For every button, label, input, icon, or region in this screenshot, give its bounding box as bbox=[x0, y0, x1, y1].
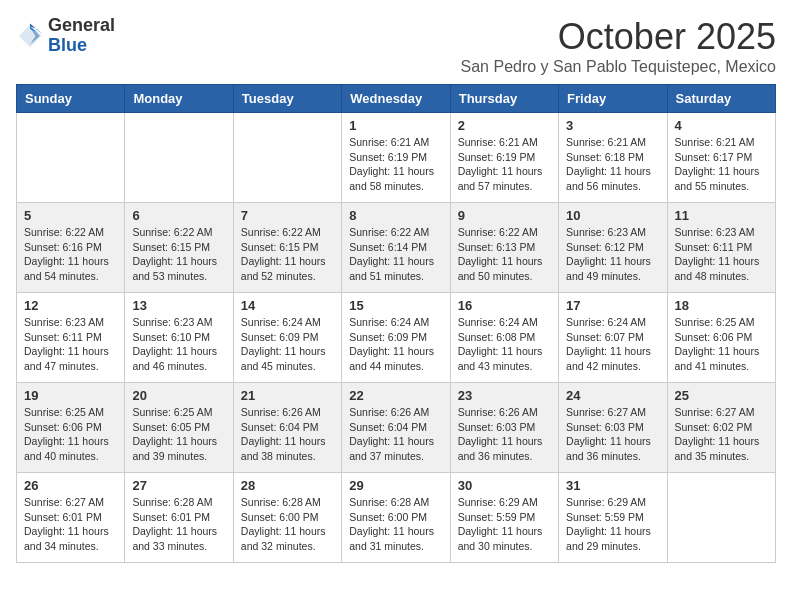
calendar-day-cell: 26Sunrise: 6:27 AM Sunset: 6:01 PM Dayli… bbox=[17, 473, 125, 563]
day-info: Sunrise: 6:24 AM Sunset: 6:07 PM Dayligh… bbox=[566, 315, 659, 374]
calendar-day-cell: 22Sunrise: 6:26 AM Sunset: 6:04 PM Dayli… bbox=[342, 383, 450, 473]
day-number: 26 bbox=[24, 478, 117, 493]
calendar-week-row: 1Sunrise: 6:21 AM Sunset: 6:19 PM Daylig… bbox=[17, 113, 776, 203]
empty-cell bbox=[667, 473, 775, 563]
weekday-header-monday: Monday bbox=[125, 85, 233, 113]
day-info: Sunrise: 6:23 AM Sunset: 6:12 PM Dayligh… bbox=[566, 225, 659, 284]
month-title: October 2025 bbox=[461, 16, 776, 58]
day-info: Sunrise: 6:28 AM Sunset: 6:00 PM Dayligh… bbox=[241, 495, 334, 554]
calendar-day-cell: 21Sunrise: 6:26 AM Sunset: 6:04 PM Dayli… bbox=[233, 383, 341, 473]
day-info: Sunrise: 6:28 AM Sunset: 6:01 PM Dayligh… bbox=[132, 495, 225, 554]
day-info: Sunrise: 6:22 AM Sunset: 6:16 PM Dayligh… bbox=[24, 225, 117, 284]
logo: General Blue bbox=[16, 16, 115, 56]
logo-text: General Blue bbox=[48, 16, 115, 56]
day-number: 4 bbox=[675, 118, 768, 133]
weekday-header-wednesday: Wednesday bbox=[342, 85, 450, 113]
day-number: 21 bbox=[241, 388, 334, 403]
day-info: Sunrise: 6:25 AM Sunset: 6:05 PM Dayligh… bbox=[132, 405, 225, 464]
day-number: 24 bbox=[566, 388, 659, 403]
day-info: Sunrise: 6:21 AM Sunset: 6:17 PM Dayligh… bbox=[675, 135, 768, 194]
day-number: 20 bbox=[132, 388, 225, 403]
weekday-header-saturday: Saturday bbox=[667, 85, 775, 113]
day-number: 6 bbox=[132, 208, 225, 223]
calendar-day-cell: 15Sunrise: 6:24 AM Sunset: 6:09 PM Dayli… bbox=[342, 293, 450, 383]
calendar-day-cell: 19Sunrise: 6:25 AM Sunset: 6:06 PM Dayli… bbox=[17, 383, 125, 473]
calendar-day-cell: 5Sunrise: 6:22 AM Sunset: 6:16 PM Daylig… bbox=[17, 203, 125, 293]
calendar-day-cell: 31Sunrise: 6:29 AM Sunset: 5:59 PM Dayli… bbox=[559, 473, 667, 563]
day-info: Sunrise: 6:24 AM Sunset: 6:08 PM Dayligh… bbox=[458, 315, 551, 374]
calendar-day-cell: 1Sunrise: 6:21 AM Sunset: 6:19 PM Daylig… bbox=[342, 113, 450, 203]
day-info: Sunrise: 6:24 AM Sunset: 6:09 PM Dayligh… bbox=[241, 315, 334, 374]
day-number: 29 bbox=[349, 478, 442, 493]
calendar-day-cell: 17Sunrise: 6:24 AM Sunset: 6:07 PM Dayli… bbox=[559, 293, 667, 383]
title-area: October 2025 San Pedro y San Pablo Tequi… bbox=[461, 16, 776, 76]
calendar-day-cell: 12Sunrise: 6:23 AM Sunset: 6:11 PM Dayli… bbox=[17, 293, 125, 383]
day-number: 10 bbox=[566, 208, 659, 223]
day-info: Sunrise: 6:23 AM Sunset: 6:11 PM Dayligh… bbox=[675, 225, 768, 284]
calendar-day-cell: 27Sunrise: 6:28 AM Sunset: 6:01 PM Dayli… bbox=[125, 473, 233, 563]
day-number: 15 bbox=[349, 298, 442, 313]
calendar-day-cell: 13Sunrise: 6:23 AM Sunset: 6:10 PM Dayli… bbox=[125, 293, 233, 383]
day-info: Sunrise: 6:23 AM Sunset: 6:10 PM Dayligh… bbox=[132, 315, 225, 374]
weekday-header-friday: Friday bbox=[559, 85, 667, 113]
day-info: Sunrise: 6:21 AM Sunset: 6:19 PM Dayligh… bbox=[349, 135, 442, 194]
calendar-day-cell: 20Sunrise: 6:25 AM Sunset: 6:05 PM Dayli… bbox=[125, 383, 233, 473]
day-number: 22 bbox=[349, 388, 442, 403]
calendar-day-cell: 25Sunrise: 6:27 AM Sunset: 6:02 PM Dayli… bbox=[667, 383, 775, 473]
calendar-day-cell: 4Sunrise: 6:21 AM Sunset: 6:17 PM Daylig… bbox=[667, 113, 775, 203]
empty-cell bbox=[125, 113, 233, 203]
day-number: 9 bbox=[458, 208, 551, 223]
day-number: 19 bbox=[24, 388, 117, 403]
calendar-day-cell: 6Sunrise: 6:22 AM Sunset: 6:15 PM Daylig… bbox=[125, 203, 233, 293]
calendar-week-row: 12Sunrise: 6:23 AM Sunset: 6:11 PM Dayli… bbox=[17, 293, 776, 383]
day-number: 30 bbox=[458, 478, 551, 493]
calendar-day-cell: 24Sunrise: 6:27 AM Sunset: 6:03 PM Dayli… bbox=[559, 383, 667, 473]
day-info: Sunrise: 6:29 AM Sunset: 5:59 PM Dayligh… bbox=[566, 495, 659, 554]
day-number: 18 bbox=[675, 298, 768, 313]
day-number: 8 bbox=[349, 208, 442, 223]
calendar-week-row: 19Sunrise: 6:25 AM Sunset: 6:06 PM Dayli… bbox=[17, 383, 776, 473]
day-info: Sunrise: 6:23 AM Sunset: 6:11 PM Dayligh… bbox=[24, 315, 117, 374]
day-info: Sunrise: 6:27 AM Sunset: 6:02 PM Dayligh… bbox=[675, 405, 768, 464]
empty-cell bbox=[233, 113, 341, 203]
day-info: Sunrise: 6:26 AM Sunset: 6:04 PM Dayligh… bbox=[241, 405, 334, 464]
day-info: Sunrise: 6:26 AM Sunset: 6:03 PM Dayligh… bbox=[458, 405, 551, 464]
weekday-header-sunday: Sunday bbox=[17, 85, 125, 113]
day-info: Sunrise: 6:24 AM Sunset: 6:09 PM Dayligh… bbox=[349, 315, 442, 374]
calendar-day-cell: 29Sunrise: 6:28 AM Sunset: 6:00 PM Dayli… bbox=[342, 473, 450, 563]
day-number: 13 bbox=[132, 298, 225, 313]
day-info: Sunrise: 6:22 AM Sunset: 6:15 PM Dayligh… bbox=[241, 225, 334, 284]
calendar-day-cell: 18Sunrise: 6:25 AM Sunset: 6:06 PM Dayli… bbox=[667, 293, 775, 383]
calendar-day-cell: 14Sunrise: 6:24 AM Sunset: 6:09 PM Dayli… bbox=[233, 293, 341, 383]
day-number: 27 bbox=[132, 478, 225, 493]
day-info: Sunrise: 6:22 AM Sunset: 6:13 PM Dayligh… bbox=[458, 225, 551, 284]
calendar-day-cell: 2Sunrise: 6:21 AM Sunset: 6:19 PM Daylig… bbox=[450, 113, 558, 203]
weekday-header-tuesday: Tuesday bbox=[233, 85, 341, 113]
calendar-week-row: 5Sunrise: 6:22 AM Sunset: 6:16 PM Daylig… bbox=[17, 203, 776, 293]
calendar-day-cell: 3Sunrise: 6:21 AM Sunset: 6:18 PM Daylig… bbox=[559, 113, 667, 203]
calendar-day-cell: 7Sunrise: 6:22 AM Sunset: 6:15 PM Daylig… bbox=[233, 203, 341, 293]
day-info: Sunrise: 6:25 AM Sunset: 6:06 PM Dayligh… bbox=[24, 405, 117, 464]
calendar-day-cell: 9Sunrise: 6:22 AM Sunset: 6:13 PM Daylig… bbox=[450, 203, 558, 293]
calendar-day-cell: 10Sunrise: 6:23 AM Sunset: 6:12 PM Dayli… bbox=[559, 203, 667, 293]
day-number: 23 bbox=[458, 388, 551, 403]
weekday-header-thursday: Thursday bbox=[450, 85, 558, 113]
day-number: 16 bbox=[458, 298, 551, 313]
day-info: Sunrise: 6:27 AM Sunset: 6:03 PM Dayligh… bbox=[566, 405, 659, 464]
day-number: 17 bbox=[566, 298, 659, 313]
day-number: 5 bbox=[24, 208, 117, 223]
day-info: Sunrise: 6:22 AM Sunset: 6:15 PM Dayligh… bbox=[132, 225, 225, 284]
day-info: Sunrise: 6:29 AM Sunset: 5:59 PM Dayligh… bbox=[458, 495, 551, 554]
day-info: Sunrise: 6:21 AM Sunset: 6:18 PM Dayligh… bbox=[566, 135, 659, 194]
day-number: 2 bbox=[458, 118, 551, 133]
day-info: Sunrise: 6:25 AM Sunset: 6:06 PM Dayligh… bbox=[675, 315, 768, 374]
calendar-day-cell: 8Sunrise: 6:22 AM Sunset: 6:14 PM Daylig… bbox=[342, 203, 450, 293]
location-title: San Pedro y San Pablo Tequistepec, Mexic… bbox=[461, 58, 776, 76]
day-info: Sunrise: 6:27 AM Sunset: 6:01 PM Dayligh… bbox=[24, 495, 117, 554]
day-number: 1 bbox=[349, 118, 442, 133]
day-number: 7 bbox=[241, 208, 334, 223]
calendar-week-row: 26Sunrise: 6:27 AM Sunset: 6:01 PM Dayli… bbox=[17, 473, 776, 563]
logo-icon bbox=[16, 22, 44, 50]
logo-blue: Blue bbox=[48, 36, 115, 56]
day-info: Sunrise: 6:28 AM Sunset: 6:00 PM Dayligh… bbox=[349, 495, 442, 554]
